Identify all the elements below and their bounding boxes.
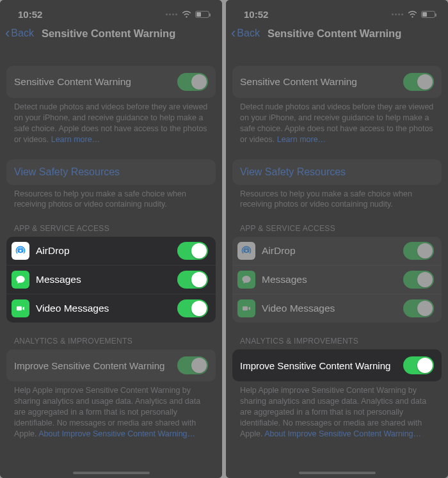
messages-icon: [237, 271, 255, 289]
analytics-desc: Help Apple improve Sensitive Content War…: [6, 381, 216, 439]
airdrop-label: AirDrop: [36, 245, 177, 257]
toggle-switch[interactable]: [403, 356, 434, 374]
toggle-switch[interactable]: [403, 242, 434, 260]
chevron-left-icon: ‹: [5, 26, 10, 40]
toggle-switch[interactable]: [177, 242, 208, 260]
sensitive-content-toggle-row[interactable]: Sensitive Content Warning: [232, 66, 442, 98]
view-safety-resources-link[interactable]: View Safety Resources: [6, 159, 216, 185]
analytics-desc: Help Apple improve Sensitive Content War…: [232, 381, 442, 439]
status-time: 10:52: [18, 9, 42, 20]
back-button[interactable]: ‹ Back: [231, 26, 260, 40]
improve-scw-label: Improve Sensitive Content Warning: [14, 360, 177, 371]
messages-label: Messages: [262, 274, 403, 285]
svg-point-0: [19, 250, 22, 253]
safety-desc: Resources to help you make a safe choice…: [6, 185, 216, 211]
analytics-header: ANALYTICS & IMPROVEMENTS: [6, 337, 216, 349]
sensitive-content-toggle-row[interactable]: Sensitive Content Warning: [6, 66, 216, 98]
nav-bar: ‹ Back Sensitive Content Warning: [0, 22, 222, 47]
video-messages-label: Video Messages: [262, 303, 403, 314]
safety-desc: Resources to help you make a safe choice…: [232, 185, 442, 211]
toggle-switch[interactable]: [403, 73, 434, 91]
back-label: Back: [11, 28, 34, 39]
messages-row[interactable]: Messages: [6, 266, 216, 294]
airdrop-row[interactable]: AirDrop: [6, 237, 216, 266]
messages-icon: [12, 271, 29, 289]
analytics-header: ANALYTICS & IMPROVEMENTS: [232, 337, 442, 349]
status-bar: 10:52: [226, 0, 448, 22]
home-indicator: [299, 472, 376, 474]
svg-rect-3: [243, 307, 248, 311]
toggle-switch[interactable]: [177, 299, 208, 317]
app-access-list: AirDrop Messages Video Messages: [6, 237, 216, 323]
toggle-switch[interactable]: [403, 271, 434, 289]
video-messages-icon: [237, 299, 255, 317]
view-safety-resources-link[interactable]: View Safety Resources: [232, 159, 442, 185]
apps-header: APP & SERVICE ACCESS: [6, 224, 216, 237]
about-improve-link[interactable]: About Improve Sensitive Content Warning…: [264, 429, 421, 438]
toggle-switch[interactable]: [177, 356, 208, 374]
sensitive-content-desc: Detect nude photos and videos before the…: [232, 98, 442, 145]
svg-rect-1: [17, 307, 22, 311]
toggle-switch[interactable]: [403, 299, 434, 317]
learn-more-link[interactable]: Learn more…: [51, 135, 100, 144]
messages-label: Messages: [36, 274, 177, 285]
sensitive-content-label: Sensitive Content Warning: [14, 76, 177, 88]
airdrop-row[interactable]: AirDrop: [232, 237, 442, 266]
page-title: Sensitive Content Warning: [42, 28, 175, 40]
nav-bar: ‹ Back Sensitive Content Warning: [226, 22, 448, 47]
apps-header: APP & SERVICE ACCESS: [232, 224, 442, 237]
status-bar: 10:52: [0, 0, 222, 22]
about-improve-link[interactable]: About Improve Sensitive Content Warning…: [38, 429, 195, 438]
home-indicator: [73, 472, 150, 474]
improve-scw-row[interactable]: Improve Sensitive Content Warning: [232, 349, 442, 381]
wifi-icon: [182, 11, 191, 18]
improve-scw-row[interactable]: Improve Sensitive Content Warning: [6, 349, 216, 381]
sensitive-content-label: Sensitive Content Warning: [240, 76, 403, 88]
messages-row[interactable]: Messages: [232, 266, 442, 294]
sensitive-content-desc: Detect nude photos and videos before the…: [6, 98, 216, 145]
battery-icon: [421, 11, 435, 18]
improve-scw-label: Improve Sensitive Content Warning: [240, 360, 403, 371]
cell-dots-icon: [391, 13, 404, 15]
svg-point-2: [245, 250, 248, 253]
video-messages-icon: [12, 299, 29, 317]
wifi-icon: [408, 11, 417, 18]
airdrop-label: AirDrop: [262, 245, 403, 257]
airdrop-icon: [12, 242, 29, 260]
screenshot-right: 10:52 ‹ Back Sensitive Content Warning S…: [226, 0, 448, 478]
page-title: Sensitive Content Warning: [268, 28, 401, 40]
back-label: Back: [237, 28, 260, 39]
airdrop-icon: [237, 242, 255, 260]
video-messages-label: Video Messages: [36, 303, 177, 314]
toggle-switch[interactable]: [177, 271, 208, 289]
app-access-list: AirDrop Messages Video Messages: [232, 237, 442, 323]
back-button[interactable]: ‹ Back: [5, 26, 34, 40]
chevron-left-icon: ‹: [231, 26, 236, 40]
learn-more-link[interactable]: Learn more…: [277, 135, 326, 144]
battery-icon: [195, 11, 209, 18]
status-time: 10:52: [244, 9, 268, 20]
cell-dots-icon: [165, 13, 178, 15]
screenshot-left: 10:52 ‹ Back Sensitive Content Warning S…: [0, 0, 222, 478]
toggle-switch[interactable]: [177, 73, 208, 91]
video-messages-row[interactable]: Video Messages: [6, 294, 216, 323]
video-messages-row[interactable]: Video Messages: [232, 294, 442, 323]
